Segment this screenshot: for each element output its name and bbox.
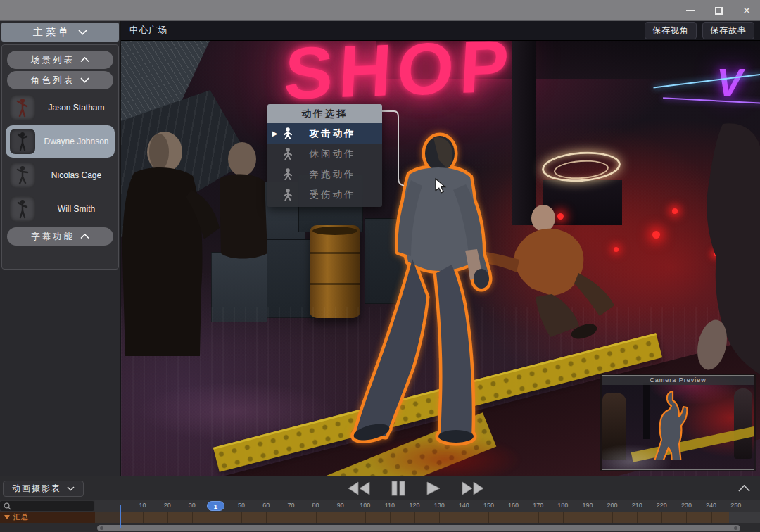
scene-title: 中心广场 [129,25,167,37]
ruler-tick-label: 250 [730,502,741,509]
ruler-tick-label: 110 [385,502,395,509]
action-menu-title: 动作选择 [267,104,382,123]
action-item-idle[interactable]: ▶ 休闲动作 [267,144,382,164]
scrollbar-thumb[interactable] [97,525,740,531]
editor-type-label: 动画摄影表 [12,483,61,495]
character-thumbnail [10,95,35,120]
character-figure-icon [15,165,30,185]
camera-preview-panel: Camera Preview [602,375,754,470]
subtitle-section-button[interactable]: 字幕功能 [7,227,113,246]
character-name: Jason Statham [42,103,110,113]
chevron-down-icon [67,486,75,491]
transport-row: 动画摄影表 [0,476,760,500]
character-list-section-button[interactable]: 角色列表 [7,71,113,89]
glowing-screen [460,207,479,220]
action-item-attack[interactable]: ▶ 攻击动作 [267,123,382,144]
character-thumbnail [10,163,35,188]
character-item-jason-statham[interactable]: Jason Statham [6,91,115,124]
playhead[interactable] [120,505,121,528]
ruler-tick-label: 140 [459,502,469,509]
summary-track[interactable] [95,512,760,523]
character-thumbnail [10,196,35,222]
triangle-down-icon [4,515,10,519]
fast-forward-button[interactable] [462,481,483,495]
main-menu-button[interactable]: 主菜单 [1,23,119,42]
viewport: 中心广场 保存视角 保存故事 SHOP V [121,21,760,476]
ruler-tick-label: 20 [164,502,171,509]
glowing-screen [401,204,425,220]
save-view-button[interactable]: 保存视角 [645,22,697,39]
playback-controls [348,476,483,500]
character-name: Dwayne Johnson [42,137,110,146]
action-item-label: 攻击动作 [293,127,382,140]
frame-ruler[interactable]: 1 10203040506070809010011012013014015016… [95,500,760,512]
character-name: Will Smith [42,204,110,214]
viewport-header: 中心广场 保存视角 保存故事 [121,21,760,41]
pillar [512,41,536,225]
app-window: ✕ 主菜单 场景列表 角色列表 Jason Statham [0,0,760,532]
ruler-tick-label: 50 [238,502,245,509]
action-item-hurt[interactable]: ▶ 受伤动作 [267,184,382,205]
preview-main-character [602,376,754,460]
maximize-button[interactable] [709,3,728,18]
person-icon [283,168,293,180]
ruler-tick-label: 70 [287,502,294,509]
summary-label: 汇总 [13,512,29,522]
ruler-tick-label: 190 [582,502,593,509]
ruler-tick-label: 100 [360,502,370,509]
timeline-panel: 动画摄影表 [0,476,760,532]
sidebar: 主菜单 场景列表 角色列表 Jason Statham [0,21,121,476]
current-frame-indicator[interactable]: 1 [207,501,224,511]
neon-v-sign: V [716,59,742,105]
summary-channel[interactable]: 汇总 [0,512,95,523]
ruler-tick-label: 150 [483,502,494,509]
editor-type-dropdown[interactable]: 动画摄影表 [3,481,84,497]
ruler-tick-label: 60 [262,502,270,509]
ruler-tick-label: 240 [706,502,716,509]
character-list-label: 角色列表 [31,75,75,87]
dopesheet-search-input[interactable] [0,501,94,511]
play-button[interactable] [426,481,441,495]
mouse-cursor-icon [436,179,445,193]
action-item-label: 休闲动作 [293,148,382,160]
red-light [672,208,678,214]
machine [543,180,622,225]
minimize-button[interactable] [681,3,699,18]
red-light [614,247,619,252]
minimize-icon [686,10,695,11]
titlebar[interactable]: ✕ [0,0,760,21]
character-figure-icon [15,132,30,151]
scene-list-label: 场景列表 [31,54,75,66]
character-item-will-smith[interactable]: Will Smith [6,193,115,225]
pause-button[interactable] [391,481,405,496]
close-button[interactable]: ✕ [737,3,756,18]
action-item-label: 奔跑动作 [293,168,382,181]
collapse-timeline-button[interactable] [735,480,753,497]
character-thumbnail [10,129,35,154]
action-selection-menu: 动作选择 ▶ 攻击动作 ▶ 休闲动作 ▶ 奔跑动作 ▶ [267,104,382,207]
ruler-tick-label: 80 [312,502,319,509]
save-story-button[interactable]: 保存故事 [702,22,754,39]
ruler-tick-label: 30 [189,502,196,509]
active-item-play-icon: ▶ [270,129,281,137]
crate [365,218,414,304]
red-light [652,231,660,239]
glowing-screen [429,202,457,220]
chevron-up-icon [80,57,89,63]
ruler-tick-label: 120 [410,502,420,509]
action-item-label: 受伤动作 [293,189,382,201]
timeline-scrollbar [0,523,760,532]
action-item-run[interactable]: ▶ 奔跑动作 [267,164,382,184]
close-icon: ✕ [742,6,751,15]
rewind-button[interactable] [348,481,370,495]
ruler-tick-label: 160 [508,502,519,509]
character-figure-icon [15,199,30,219]
sidebar-panel: 场景列表 角色列表 Jason Statham Dwayn [1,44,119,270]
ruler-tick-label: 180 [557,502,568,509]
character-item-nicolas-cage[interactable]: Nicolas Cage [6,159,115,191]
person-icon [283,148,293,160]
camera-preview-image [602,376,754,469]
character-item-dwayne-johnson[interactable]: Dwayne Johnson [6,125,115,158]
camera-preview-title: Camera Preview [602,376,754,385]
scene-list-section-button[interactable]: 场景列表 [7,51,113,69]
